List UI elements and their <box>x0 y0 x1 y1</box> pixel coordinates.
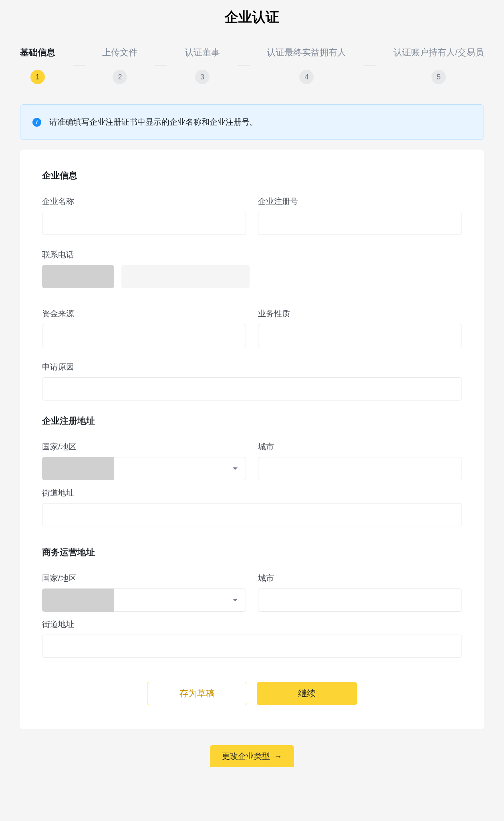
form-card: 企业信息 企业名称 企业注册号 联系电话 资金来源 <box>20 150 484 729</box>
funding-source-input[interactable] <box>42 324 246 347</box>
operating-country-label: 国家/地区 <box>42 573 246 584</box>
registered-street-input[interactable] <box>42 503 462 526</box>
registered-country-select[interactable] <box>42 457 246 480</box>
operating-country-flag <box>42 588 114 612</box>
application-reason-input[interactable] <box>42 377 462 400</box>
step-4-circle: 4 <box>299 70 314 84</box>
chevron-down-icon <box>233 467 238 470</box>
company-name-label: 企业名称 <box>42 196 246 207</box>
step-1-circle: 1 <box>30 70 45 84</box>
registered-country-label: 国家/地区 <box>42 441 246 452</box>
operating-city-label: 城市 <box>258 573 462 584</box>
step-connector <box>73 65 85 66</box>
steps-navigation: 基础信息 1 上传文件 2 认证董事 3 认证最终实益拥有人 4 认证账户持有人… <box>20 47 484 84</box>
step-connector <box>238 65 250 66</box>
step-3-circle: 3 <box>195 70 210 84</box>
page-title: 企业认证 <box>20 8 484 26</box>
operating-street-input[interactable] <box>42 635 462 658</box>
info-banner: i 请准确填写企业注册证书中显示的企业名称和企业注册号。 <box>20 104 484 140</box>
registered-street-label: 街道地址 <box>42 487 462 498</box>
company-info-title: 企业信息 <box>42 170 462 182</box>
phone-label: 联系电话 <box>42 249 462 260</box>
operating-country-select[interactable] <box>42 588 246 612</box>
phone-number-input[interactable] <box>121 265 250 288</box>
step-5-label[interactable]: 认证账户持有人/交易员 <box>393 47 484 59</box>
info-icon: i <box>32 118 41 127</box>
change-type-label: 更改企业类型 <box>222 751 270 762</box>
step-5-circle: 5 <box>431 70 446 84</box>
operating-address-title: 商务运营地址 <box>42 546 462 558</box>
registration-number-label: 企业注册号 <box>258 196 462 207</box>
registration-number-input[interactable] <box>258 212 462 235</box>
registered-city-label: 城市 <box>258 441 462 452</box>
company-name-input[interactable] <box>42 212 246 235</box>
change-entity-type-button[interactable]: 更改企业类型 → <box>210 745 294 767</box>
application-reason-label: 申请原因 <box>42 362 462 372</box>
funding-source-label: 资金来源 <box>42 308 246 319</box>
registered-city-input[interactable] <box>258 457 462 480</box>
save-draft-button[interactable]: 存为草稿 <box>147 682 247 705</box>
phone-country-code-select[interactable] <box>42 265 114 288</box>
registered-country-flag <box>42 457 114 480</box>
step-2-label[interactable]: 上传文件 <box>102 47 137 59</box>
continue-button[interactable]: 继续 <box>257 682 357 705</box>
step-connector <box>155 65 167 66</box>
info-banner-text: 请准确填写企业注册证书中显示的企业名称和企业注册号。 <box>49 117 258 127</box>
step-3-label[interactable]: 认证董事 <box>185 47 220 59</box>
operating-city-input[interactable] <box>258 588 462 612</box>
step-2-circle: 2 <box>113 70 127 84</box>
arrow-right-icon: → <box>274 752 282 761</box>
step-connector <box>364 65 376 66</box>
step-1-label[interactable]: 基础信息 <box>20 47 55 59</box>
business-nature-input[interactable] <box>258 324 462 347</box>
business-nature-label: 业务性质 <box>258 308 462 319</box>
chevron-down-icon <box>233 599 238 601</box>
operating-street-label: 街道地址 <box>42 619 462 630</box>
registered-address-title: 企业注册地址 <box>42 415 462 427</box>
step-4-label[interactable]: 认证最终实益拥有人 <box>267 47 346 59</box>
